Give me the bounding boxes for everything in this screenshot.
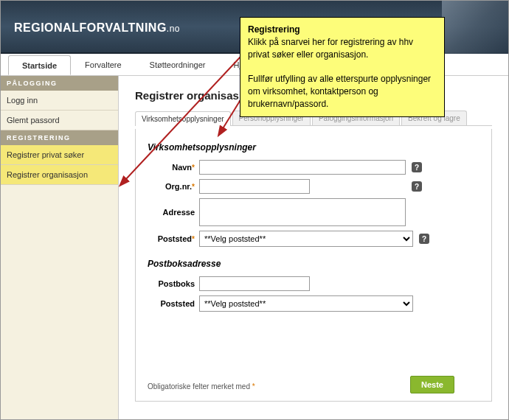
help-callout: Registrering Klikk på snarvei her for re… (240, 17, 445, 117)
sidebar-item-registrer-organisasjon[interactable]: Registrer organisasjon (1, 165, 118, 185)
sidebar-item-glemt-passord[interactable]: Glemt passord (1, 111, 118, 130)
help-icon[interactable]: ? (412, 181, 422, 192)
next-button[interactable]: Neste (410, 376, 454, 393)
form-panel: Virksomhetsopplysninger Navn* ? Org.nr.*… (135, 129, 492, 402)
required-note: Obligatoriske felter merket med * (148, 382, 255, 391)
nav-tab-stotteordninger[interactable]: Støtteordninger (136, 54, 220, 75)
section-title-virksomhet: Virksomhetsopplysninger (148, 142, 479, 153)
select-poststed2[interactable]: **Velg poststed** (199, 295, 413, 312)
input-orgnr[interactable] (199, 179, 310, 194)
header-graphic (442, 1, 508, 54)
sidebar-item-registrer-privat[interactable]: Registrer privat søker (1, 145, 118, 165)
input-navn[interactable] (199, 160, 406, 175)
main-content: Registrer organisasjon Virksomhetsopplys… (119, 76, 508, 419)
label-orgnr: Org.nr.* (148, 182, 199, 191)
input-adresse[interactable] (199, 198, 406, 226)
nav-tab-forvaltere[interactable]: Forvaltere (71, 54, 136, 75)
nav-tab-startside[interactable]: Startside (8, 55, 71, 75)
label-poststed2: Poststed (148, 299, 199, 308)
section-title-postboks: Postboksadresse (148, 259, 479, 269)
callout-title: Registrering (248, 24, 437, 36)
sidebar-section-palogging: PÅLOGGING (1, 76, 118, 91)
sidebar-section-registrering: REGISTRERING (1, 130, 118, 145)
app-window: REGIONALFORVALTNING.no Startside Forvalt… (0, 0, 509, 420)
help-icon[interactable]: ? (419, 234, 429, 244)
label-adresse: Adresse (148, 208, 199, 217)
label-poststed: Poststed* (148, 234, 199, 243)
form-tab-virksomhet[interactable]: Virksomhetsopplysninger (135, 111, 231, 126)
sidebar-item-logg-inn[interactable]: Logg inn (1, 91, 118, 111)
label-postboks: Postboks (148, 279, 199, 288)
callout-text-2: Fullfør utfylling av alle etterspurte op… (248, 73, 437, 110)
sidebar: PÅLOGGING Logg inn Glemt passord REGISTR… (1, 76, 119, 419)
help-icon[interactable]: ? (412, 162, 422, 172)
body: PÅLOGGING Logg inn Glemt passord REGISTR… (1, 76, 508, 419)
select-poststed[interactable]: **Velg poststed** (199, 231, 413, 247)
callout-text-1: Klikk på snarvei her for registrering av… (248, 36, 437, 61)
input-postboks[interactable] (199, 276, 310, 291)
label-navn: Navn* (148, 163, 199, 172)
